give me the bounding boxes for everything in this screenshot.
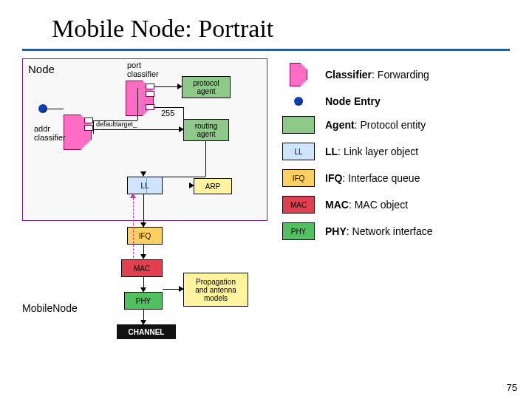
slide-title: Mobile Node: Portrait — [52, 15, 510, 43]
arrow-head — [189, 183, 194, 188]
legend-term: LL — [325, 146, 338, 157]
arrow-head — [140, 222, 146, 228]
arrow-head — [140, 254, 146, 259]
legend-agent: Agent: Protocol entity — [281, 116, 510, 134]
arrow-head — [130, 193, 136, 198]
arrow — [93, 120, 137, 121]
ll-icon: LL — [281, 143, 316, 160]
arrow — [137, 88, 138, 120]
arrow — [154, 86, 180, 87]
legend-desc: : Interface queue — [342, 172, 420, 184]
port-slot — [146, 91, 154, 97]
arrow-head — [179, 286, 184, 292]
routing-agent-box: routingagent — [183, 119, 229, 141]
node-entry-icon — [281, 97, 316, 106]
arrow — [93, 120, 94, 134]
legend-term: MAC — [325, 199, 349, 211]
content-area: Node portclassifier protocolagent 255 ad… — [22, 58, 510, 347]
legend-desc: : Forwarding — [372, 69, 429, 81]
legend-term: PHY — [325, 225, 347, 237]
legend-ifq: IFQ IFQ: Interface queue — [281, 169, 510, 187]
arrow — [154, 107, 183, 108]
legend-entry: Node Entry — [281, 95, 510, 107]
legend-desc: : Network interface — [347, 225, 433, 237]
protocol-agent-box: protocolagent — [182, 76, 231, 98]
arrow — [163, 177, 205, 177]
arrow — [183, 107, 184, 119]
legend-desc: : Protocol entity — [355, 119, 426, 131]
agent-icon — [281, 116, 316, 134]
ifq-icon: IFQ — [281, 169, 316, 187]
port-255-label: 255 — [161, 109, 174, 117]
classifier-icon — [281, 63, 316, 86]
legend-ll: LL LL: Link layer object — [281, 143, 510, 160]
mobilenode-label: MobileNode — [22, 302, 78, 314]
mac-icon: MAC — [281, 196, 316, 214]
phy-icon: PHY — [281, 222, 316, 240]
addr-classifier-label: addrclassifier — [34, 125, 66, 142]
ll-divider — [146, 177, 147, 193]
legend-desc: : MAC object — [349, 199, 408, 211]
propagation-models-box: Propagationand antennamodels — [183, 273, 248, 307]
diagram: Node portclassifier protocolagent 255 ad… — [22, 58, 273, 347]
arrow-head — [140, 171, 146, 177]
node-entry-dot — [38, 104, 47, 113]
arrow — [47, 109, 64, 109]
channel-box: CHANNEL — [117, 324, 176, 339]
arrow — [93, 129, 182, 130]
addr-slot — [84, 125, 93, 131]
mac-box: MAC — [121, 259, 163, 277]
ll-box: LL — [127, 177, 163, 194]
legend-mac: MAC MAC: MAC object — [281, 196, 510, 214]
node-label: Node — [28, 63, 55, 75]
arrow-head — [177, 83, 183, 89]
legend: Classifier: Forwarding Node Entry Agent:… — [281, 58, 510, 347]
legend-phy: PHY PHY: Network interface — [281, 222, 510, 240]
default-target-label: defaulttarget_ — [96, 120, 137, 128]
arrow-head — [140, 320, 146, 325]
legend-term: IFQ — [325, 172, 342, 184]
legend-term: Node Entry — [325, 95, 381, 107]
legend-classifier: Classifier: Forwarding — [281, 63, 510, 86]
legend-desc: : Link layer object — [338, 146, 418, 157]
legend-term: Classifier — [325, 69, 372, 81]
uptarget-line — [133, 194, 134, 258]
arp-box: ARP — [194, 178, 232, 194]
arrow — [205, 141, 206, 177]
addr-slot — [84, 117, 93, 123]
legend-term: Agent — [325, 119, 355, 131]
title-underline — [22, 49, 510, 51]
arrow-head — [140, 287, 146, 293]
port-classifier-label: portclassifier — [127, 61, 159, 78]
phy-box: PHY — [124, 292, 163, 310]
